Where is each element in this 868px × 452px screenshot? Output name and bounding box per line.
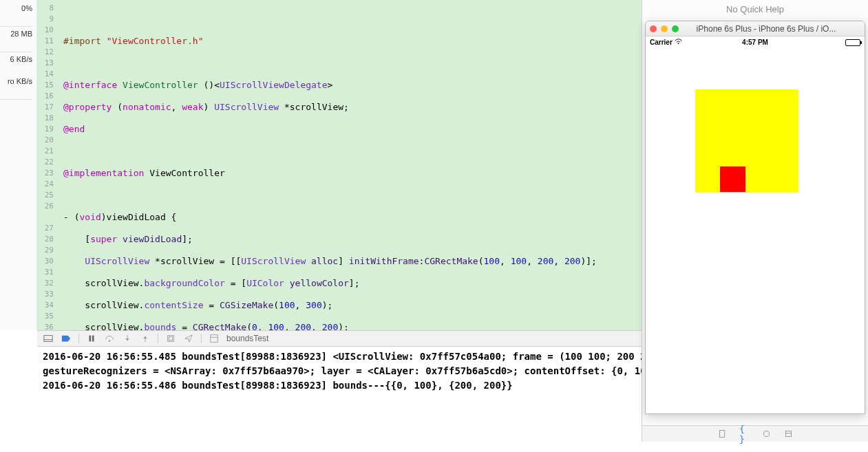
step-out-icon[interactable] [140, 333, 151, 344]
simulator-titlebar[interactable]: iPhone 6s Plus - iPhone 6s Plus / iO... [646, 21, 865, 36]
code-content[interactable]: #import "ViewController.h" @interface Vi… [58, 0, 642, 330]
svg-marker-9 [143, 336, 147, 339]
inspector-footer: { } [642, 425, 868, 442]
breakpoint-toggle-icon[interactable] [61, 333, 72, 344]
svg-rect-13 [211, 335, 218, 343]
status-time: 4:57 PM [646, 39, 865, 46]
process-icon[interactable] [209, 333, 220, 344]
toggle-debug-area-icon[interactable] [43, 333, 54, 344]
red-button[interactable] [720, 166, 745, 192]
debug-target-label[interactable]: boundsTest [226, 334, 268, 343]
identity-inspector-icon[interactable] [761, 429, 771, 439]
simulator-title: iPhone 6s Plus - iPhone 6s Plus / iO... [686, 24, 860, 34]
svg-point-17 [763, 431, 769, 436]
svg-rect-4 [92, 336, 94, 342]
step-into-icon[interactable] [122, 333, 133, 344]
ios-statusbar: Carrier 4:57 PM [646, 36, 865, 48]
svg-marker-12 [185, 335, 193, 343]
svg-rect-18 [785, 431, 791, 436]
svg-marker-7 [125, 338, 129, 341]
debug-stats-sidebar: 0% 28 MB 6 KB/s ro KB/s [0, 0, 37, 330]
pause-icon[interactable] [86, 333, 97, 344]
svg-marker-2 [62, 336, 70, 342]
source-editor[interactable]: 8910111213141516171819202122232425262728… [37, 0, 642, 330]
quick-help-inspector-icon[interactable]: { } [739, 429, 749, 439]
stat-rate2: ro KB/s [0, 77, 32, 87]
zoom-window-icon[interactable] [672, 25, 679, 32]
stat-rate1: 6 KB/s [0, 55, 32, 65]
simulator-window[interactable]: iPhone 6s Plus - iPhone 6s Plus / iO... … [645, 21, 865, 414]
stat-cpu-pct: 0% [0, 4, 32, 14]
minimize-window-icon[interactable] [661, 25, 668, 32]
debug-view-hierarchy-icon[interactable] [165, 333, 176, 344]
svg-rect-0 [44, 336, 52, 342]
svg-rect-16 [719, 431, 724, 438]
location-icon[interactable] [183, 333, 194, 344]
stat-memory: 28 MB [0, 30, 32, 39]
no-quick-help-label: No Quick Help [642, 4, 868, 14]
attributes-inspector-icon[interactable] [783, 429, 793, 439]
step-over-icon[interactable] [104, 333, 115, 344]
simulator-screen[interactable]: Carrier 4:57 PM [646, 36, 865, 413]
svg-rect-3 [89, 336, 92, 342]
battery-icon [845, 39, 860, 46]
file-inspector-icon[interactable] [717, 429, 727, 439]
svg-point-5 [109, 340, 111, 342]
svg-rect-11 [169, 336, 172, 340]
yellow-scrollview[interactable] [695, 89, 798, 193]
line-numbers-gutter: 8910111213141516171819202122232425262728… [37, 0, 58, 330]
close-window-icon[interactable] [650, 25, 657, 32]
